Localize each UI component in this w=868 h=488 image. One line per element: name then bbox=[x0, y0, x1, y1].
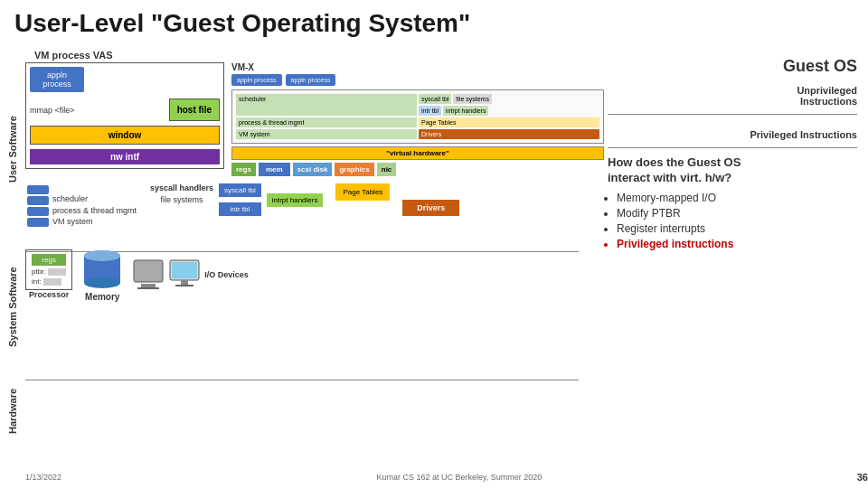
regs-small: regs bbox=[32, 254, 66, 266]
privileged-label: Privileged Instructions bbox=[750, 129, 857, 140]
handlers-col: intrpt handlers bbox=[267, 193, 324, 207]
syscall-tbl-item: syscall tbl bbox=[419, 94, 451, 104]
unprivileged-label: Unprivileged bbox=[797, 85, 857, 96]
network-icon bbox=[132, 258, 165, 291]
guest-os-inner: scheduler syscall tbl file systems intr … bbox=[236, 94, 599, 139]
bullet-item-3: Register interrupts bbox=[617, 222, 857, 235]
monitor-icon bbox=[168, 258, 201, 291]
right-panel: Guest OS Unprivileged Instructions Privi… bbox=[597, 50, 868, 447]
ptbr-label: ptbr: bbox=[32, 267, 46, 276]
system-software-label: System Software bbox=[0, 244, 25, 371]
intrpt-handlers-box: intrpt handlers bbox=[267, 193, 324, 207]
footer-date: 1/13/2022 bbox=[25, 473, 61, 482]
svg-rect-12 bbox=[172, 262, 197, 278]
window-box: window bbox=[30, 126, 220, 145]
intrpt-item: intrpt handlers bbox=[443, 106, 488, 116]
privileged-labels: Privileged Instructions bbox=[608, 122, 857, 140]
hardware-label: Hardware bbox=[0, 371, 25, 452]
vm-process-vas-label: VM process VAS bbox=[34, 50, 604, 61]
svg-point-6 bbox=[84, 277, 120, 288]
guest-os-box: scheduler syscall tbl file systems intr … bbox=[231, 89, 604, 144]
disk-stack-svg bbox=[25, 183, 51, 238]
guest-os-title: Guest OS bbox=[783, 57, 857, 76]
slide-title: User-Level "Guest Operating System" bbox=[14, 9, 854, 38]
vm-system-item: VM system bbox=[236, 129, 417, 139]
vmx-top-row: appln process appln process bbox=[231, 74, 604, 86]
sched-label-2: process & thread mgmt bbox=[52, 205, 137, 217]
drivers-item: Drivers bbox=[419, 129, 599, 139]
sched-labels: scheduler process & thread mgmt VM syste… bbox=[52, 193, 137, 228]
appln-small-2: appln process bbox=[286, 74, 336, 86]
bullet-item-1: Memory-mapped I/O bbox=[617, 192, 857, 204]
bullet-item-4: Privileged instructions bbox=[617, 238, 857, 250]
file-systems-lbl: file systems bbox=[161, 195, 203, 204]
footer-credit: Kumar CS 162 at UC Berkeley, Summer 2020 bbox=[376, 473, 542, 482]
guest-os-header-row: Guest OS bbox=[608, 57, 857, 81]
svg-rect-13 bbox=[181, 280, 188, 285]
tbl-col: syscall tbl intr tbl bbox=[219, 183, 261, 216]
top-row: appln process mmap <file> host file wind… bbox=[25, 62, 604, 176]
svg-point-7 bbox=[84, 250, 120, 261]
process-thread-item: process & thread mgmt bbox=[236, 117, 417, 127]
bullet-list: Memory-mapped I/O Modify PTBR Register i… bbox=[608, 192, 857, 250]
svg-rect-0 bbox=[27, 185, 49, 194]
vm-x-label: VM-X bbox=[231, 62, 604, 72]
intr-tbl-box: intr tbl bbox=[219, 202, 261, 216]
nw-intf-box: nw intf bbox=[30, 149, 220, 164]
syscall-tbl-box: syscall tbl bbox=[219, 183, 261, 197]
page-tables-col: Page Tables bbox=[335, 183, 390, 201]
vm-process-box: appln process mmap <file> host file wind… bbox=[25, 62, 224, 169]
drivers-box: Drivers bbox=[402, 200, 459, 216]
memory-area: Memory bbox=[80, 247, 125, 302]
regs-box: regs bbox=[231, 163, 256, 176]
hw-components: regs mem scsi disk graphics nic bbox=[231, 163, 604, 176]
title-text: User-Level "Guest Operating System" bbox=[14, 9, 470, 37]
virtual-hw-bar: "virtual hardware" bbox=[231, 146, 604, 160]
io-devices-area: I/O Devices bbox=[132, 258, 249, 291]
ptbr-value bbox=[48, 268, 66, 276]
svg-rect-2 bbox=[27, 207, 49, 216]
svg-rect-14 bbox=[175, 285, 193, 286]
appln-process-box: appln process bbox=[30, 67, 84, 92]
int-label: int: bbox=[32, 277, 42, 286]
svg-rect-1 bbox=[27, 196, 49, 205]
page-tables-item: Page Tables bbox=[419, 117, 599, 127]
int-row: int: bbox=[32, 277, 66, 286]
ptbr-row: ptbr: bbox=[32, 267, 66, 276]
memory-label: Memory bbox=[85, 292, 119, 302]
left-labels: User Software System Software Hardware bbox=[0, 54, 25, 452]
processor-inner: regs ptbr: int: bbox=[25, 249, 72, 290]
mmap-row: mmap <file> host file bbox=[30, 99, 220, 121]
main-content: VM process VAS appln process mmap <file>… bbox=[25, 50, 604, 447]
processor-box: regs ptbr: int: Processor bbox=[25, 249, 72, 299]
interact-text: interact with virt. h/w? bbox=[608, 171, 857, 186]
user-software-label: User Software bbox=[0, 54, 25, 244]
intr-tbl-item: intr tbl bbox=[419, 106, 441, 116]
scheduler-item: scheduler bbox=[236, 94, 417, 116]
sched-label-1: scheduler bbox=[52, 193, 137, 205]
footer: 1/13/2022 Kumar CS 162 at UC Berkeley, S… bbox=[25, 472, 868, 483]
syscall-area: syscall handlers file systems syscall tb… bbox=[150, 183, 604, 216]
drivers-col: Drivers bbox=[402, 196, 459, 216]
vmx-area: VM-X appln process appln process schedul… bbox=[231, 62, 604, 176]
syscall-col: syscall handlers file systems bbox=[150, 183, 213, 204]
nic-box: nic bbox=[377, 163, 397, 176]
syscall-handlers-lbl: syscall handlers bbox=[150, 183, 213, 192]
bullet-item-2: Modify PTBR bbox=[617, 207, 857, 220]
file-systems-item: file systems bbox=[453, 94, 492, 104]
scsi-box: scsi disk bbox=[293, 163, 333, 176]
sched-label-3: VM system bbox=[52, 216, 137, 228]
footer-page: 36 bbox=[857, 472, 868, 483]
host-file-box: host file bbox=[169, 99, 220, 121]
int-value bbox=[43, 278, 61, 286]
memory-cylinder-svg bbox=[80, 247, 125, 292]
graphics-box: graphics bbox=[335, 163, 373, 176]
instruction-labels: Unprivileged Instructions bbox=[608, 85, 857, 107]
instructions-label: Instructions bbox=[800, 96, 857, 107]
hardware-row: regs ptbr: int: Processor bbox=[25, 247, 604, 302]
appln-small-1: appln process bbox=[231, 74, 282, 86]
page-tables-box: Page Tables bbox=[335, 183, 390, 201]
system-row: scheduler process & thread mgmt VM syste… bbox=[25, 183, 604, 238]
mem-box: mem bbox=[259, 163, 290, 176]
scheduler-stack: scheduler process & thread mgmt VM syste… bbox=[25, 183, 143, 238]
